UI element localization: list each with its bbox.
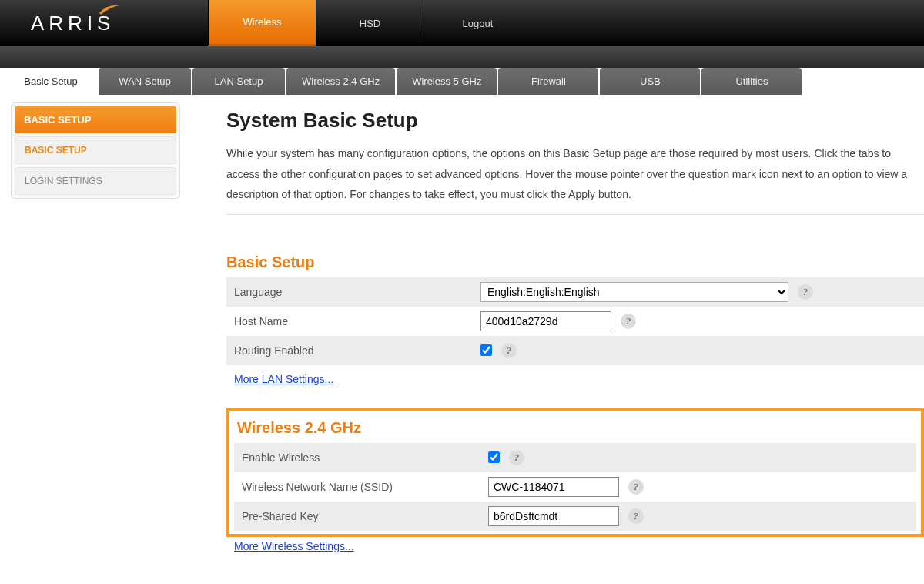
row-enable-wireless: Enable Wireless ? — [234, 443, 916, 472]
topnav-hsd[interactable]: HSD — [316, 0, 424, 46]
section-wireless24-heading: Wireless 2.4 GHz — [237, 419, 916, 437]
section-basic-setup-heading: Basic Setup — [226, 253, 924, 271]
label-psk: Pre-Shared Key — [242, 510, 488, 522]
main-area: BASIC SETUP BASIC SETUP LOGIN SETTINGS S… — [0, 95, 924, 576]
help-icon[interactable]: ? — [628, 508, 644, 524]
tab-utilities[interactable]: Utilities — [701, 68, 802, 95]
link-more-lan-settings[interactable]: More LAN Settings... — [234, 373, 333, 385]
page-intro: While your system has many configuration… — [226, 143, 924, 215]
checkbox-routing-enabled[interactable] — [480, 344, 492, 356]
tab-basic-setup[interactable]: Basic Setup — [5, 68, 97, 95]
top-bar: ARRIS Wireless HSD Logout — [0, 0, 924, 46]
sidebar-header: BASIC SETUP — [15, 106, 176, 133]
checkbox-enable-wireless[interactable] — [488, 451, 500, 463]
label-enable-wireless: Enable Wireless — [242, 451, 488, 464]
row-hostname: Host Name ? — [226, 307, 924, 336]
label-routing: Routing Enabled — [234, 344, 480, 357]
topbar-strip — [0, 46, 924, 68]
help-icon[interactable]: ? — [509, 450, 524, 465]
help-icon[interactable]: ? — [798, 284, 813, 300]
select-language[interactable]: English:English:English — [480, 282, 788, 302]
tab-usb[interactable]: USB — [600, 68, 700, 95]
brand-name: ARRIS — [31, 12, 115, 35]
tab-firewall[interactable]: Firewall — [498, 68, 598, 95]
input-hostname[interactable] — [480, 311, 611, 331]
page-title: System Basic Setup — [226, 109, 924, 133]
row-ssid: Wireless Network Name (SSID) ? — [234, 472, 916, 502]
highlight-wireless-24: Wireless 2.4 GHz Enable Wireless ? Wirel… — [226, 408, 924, 537]
input-ssid[interactable] — [488, 477, 619, 497]
brand-text: ARRIS — [31, 12, 115, 35]
sidebar-item-basic-setup[interactable]: BASIC SETUP — [15, 136, 176, 164]
topnav-wireless[interactable]: Wireless — [208, 0, 316, 46]
top-nav: Wireless HSD Logout — [208, 0, 531, 46]
swoosh-icon — [99, 4, 119, 15]
input-psk[interactable] — [488, 506, 619, 526]
help-icon[interactable]: ? — [501, 343, 517, 358]
tab-wireless-24[interactable]: Wireless 2.4 GHz — [286, 68, 395, 95]
tabs-row: Basic Setup WAN Setup LAN Setup Wireless… — [0, 68, 924, 95]
help-icon[interactable]: ? — [628, 479, 644, 495]
brand-logo: ARRIS — [0, 0, 208, 46]
row-routing: Routing Enabled ? — [226, 336, 924, 365]
content: System Basic Setup While your system has… — [180, 102, 924, 576]
label-ssid: Wireless Network Name (SSID) — [242, 481, 488, 493]
tab-wireless-5[interactable]: Wireless 5 GHz — [397, 68, 497, 95]
label-hostname: Host Name — [234, 315, 480, 327]
row-language: Language English:English:English ? — [226, 277, 924, 307]
link-more-wireless-settings[interactable]: More Wireless Settings... — [234, 540, 354, 552]
help-icon[interactable]: ? — [621, 314, 636, 329]
tab-lan-setup[interactable]: LAN Setup — [192, 68, 285, 95]
sidebar: BASIC SETUP BASIC SETUP LOGIN SETTINGS — [11, 102, 180, 199]
sidebar-item-login-settings[interactable]: LOGIN SETTINGS — [15, 167, 176, 195]
row-psk: Pre-Shared Key ? — [234, 502, 916, 531]
label-language: Language — [234, 286, 480, 298]
tab-wan-setup[interactable]: WAN Setup — [99, 68, 191, 95]
topnav-logout[interactable]: Logout — [424, 0, 531, 46]
